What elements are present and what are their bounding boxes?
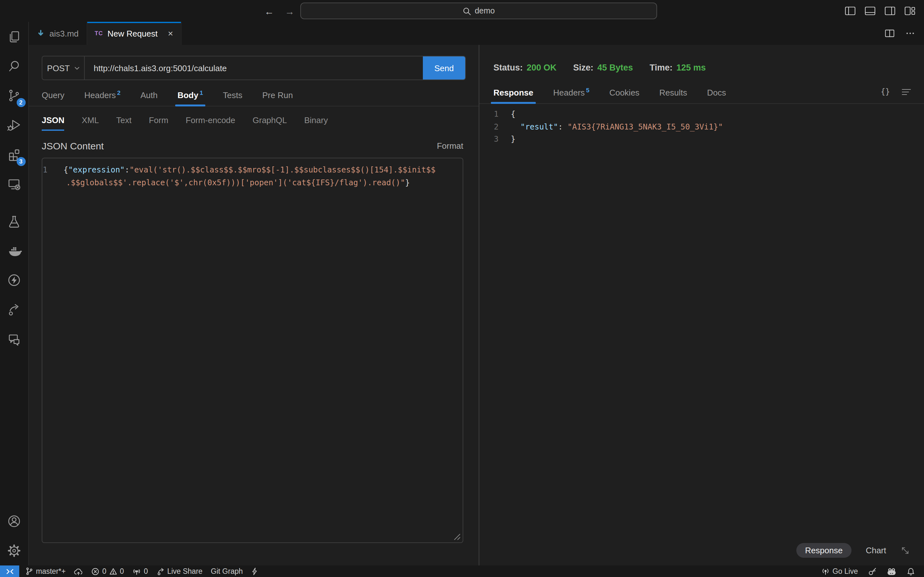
nav-back-icon[interactable]: ← <box>264 5 274 16</box>
sidebar-item-run-debug[interactable] <box>0 110 29 140</box>
status-indicator: Status:200 OK <box>493 63 557 73</box>
tab-form[interactable]: Form <box>149 115 168 131</box>
resize-handle[interactable] <box>454 533 461 540</box>
sidebar-item-explorer[interactable] <box>0 22 29 51</box>
tab-form-encode[interactable]: Form-encode <box>186 115 236 131</box>
wrap-lines-icon[interactable] <box>901 88 911 95</box>
tab-new-request[interactable]: TC New Request × <box>87 22 181 45</box>
flag-value: "AIS3{7RiANG13_5NAK3_I5_50_3Vi1}" <box>567 122 723 131</box>
sidebar-item-live-share[interactable] <box>0 295 29 324</box>
key-status[interactable] <box>868 567 877 575</box>
time-value: 125 ms <box>676 63 706 73</box>
sidebar-item-settings[interactable] <box>0 536 29 566</box>
ports-status[interactable]: 0 <box>132 567 148 575</box>
remote-icon <box>5 568 14 575</box>
sidebar-item-extensions[interactable]: 3 <box>0 140 29 169</box>
expand-icon[interactable] <box>900 546 910 555</box>
split-editor-icon[interactable] <box>884 28 895 39</box>
sidebar-item-search[interactable] <box>0 51 29 81</box>
toggle-panel-icon[interactable] <box>864 6 876 16</box>
tab-pre-run[interactable]: Pre Run <box>262 87 292 106</box>
json-body-editor[interactable]: 1 {"expression":"eval('str().$$class$$.$… <box>42 158 463 543</box>
files-icon <box>6 29 22 44</box>
chevron-down-icon <box>74 66 79 69</box>
url-input[interactable]: http://chals1.ais3.org:5001/calculate <box>85 56 423 79</box>
sidebar-item-comments[interactable] <box>0 324 29 354</box>
tab-binary[interactable]: Binary <box>304 115 328 131</box>
method-dropdown[interactable]: POST <box>42 56 85 79</box>
line-number: 3 <box>493 133 499 146</box>
format-button[interactable]: Format <box>437 141 463 151</box>
response-line-1: { <box>511 108 515 121</box>
broadcast-icon <box>822 567 830 575</box>
tab-headers[interactable]: Headers2 <box>84 87 121 106</box>
tab-ais3-md[interactable]: ais3.md <box>29 22 87 45</box>
sidebar-item-docker[interactable] <box>0 236 29 266</box>
extensions-badge: 3 <box>16 157 25 166</box>
scm-badge: 2 <box>16 98 25 107</box>
tab-graphql[interactable]: GraphQL <box>252 115 287 131</box>
key-icon <box>868 567 877 575</box>
body-type-tabs: JSON XML Text Form Form-encode GraphQL B… <box>29 115 479 131</box>
command-center-search[interactable]: demo <box>300 3 657 19</box>
customize-layout-icon[interactable] <box>904 6 916 16</box>
sidebar-item-source-control[interactable]: 2 <box>0 81 29 110</box>
tab-response[interactable]: Response <box>493 84 533 103</box>
sidebar-item-account[interactable] <box>0 506 29 536</box>
tab-tests[interactable]: Tests <box>223 87 242 106</box>
thunder-status[interactable] <box>251 567 258 575</box>
cloud-upload-icon <box>74 567 83 575</box>
response-view-button[interactable]: Response <box>796 543 851 558</box>
tab-xml[interactable]: XML <box>82 115 99 131</box>
tab-body[interactable]: Body1 <box>178 87 203 106</box>
debug-icon <box>6 117 22 133</box>
markdown-file-icon <box>37 29 45 37</box>
remote-indicator[interactable] <box>0 566 19 577</box>
tab-response-headers[interactable]: Headers5 <box>553 84 590 103</box>
sidebar-item-testing[interactable] <box>0 206 29 236</box>
comments-icon <box>6 332 22 347</box>
git-graph-status[interactable]: Git Graph <box>211 567 243 575</box>
request-panel: POST http://chals1.ais3.org:5001/calcula… <box>29 45 479 566</box>
frog-status[interactable] <box>887 567 897 575</box>
toggle-secondary-sidebar-icon[interactable] <box>884 6 896 16</box>
search-value: demo <box>475 6 495 15</box>
nav-forward-icon[interactable]: → <box>285 5 294 16</box>
status-bar: master*+ 0 0 0 <box>0 566 924 577</box>
response-panel: Status:200 OK Size:45 Bytes Time:125 ms … <box>479 45 924 566</box>
response-body-viewer[interactable]: 1 { 2 "result": "AIS3{7RiANG13_5NAK3_I5_… <box>493 108 924 146</box>
tab-auth[interactable]: Auth <box>141 87 158 106</box>
live-share-status[interactable]: Live Share <box>156 567 202 575</box>
tab-cookies[interactable]: Cookies <box>609 84 640 103</box>
request-tabs: Query Headers2 Auth Body1 Tests Pre Run <box>29 87 479 106</box>
send-button[interactable]: Send <box>423 56 465 79</box>
notifications-status[interactable] <box>907 567 915 575</box>
close-icon[interactable]: × <box>168 29 173 38</box>
problems-status[interactable]: 0 0 <box>91 567 124 575</box>
line-number <box>42 177 63 189</box>
editor-tab-bar: ais3.md TC New Request × <box>29 22 924 45</box>
request-bar: POST http://chals1.ais3.org:5001/calcula… <box>42 56 466 80</box>
ports-icon <box>132 567 141 575</box>
chart-view-button[interactable]: Chart <box>866 546 886 555</box>
error-icon <box>91 567 100 575</box>
tab-query[interactable]: Query <box>42 87 65 106</box>
method-value: POST <box>47 63 70 73</box>
search-icon <box>6 58 22 74</box>
tab-text[interactable]: Text <box>116 115 132 131</box>
tab-json[interactable]: JSON <box>42 115 65 131</box>
sidebar-item-remote-explorer[interactable] <box>0 169 29 199</box>
warning-icon <box>109 567 118 575</box>
gear-icon <box>6 543 22 558</box>
sync-status[interactable] <box>74 567 83 575</box>
sidebar-item-thunder-client[interactable] <box>0 266 29 295</box>
toggle-primary-sidebar-icon[interactable] <box>845 6 856 16</box>
go-live-status[interactable]: Go Live <box>822 567 858 575</box>
tab-docs[interactable]: Docs <box>707 84 726 103</box>
branch-icon <box>25 567 33 576</box>
more-actions-icon[interactable] <box>905 28 916 39</box>
line-number: 2 <box>493 121 499 133</box>
branch-status[interactable]: master*+ <box>25 567 66 576</box>
braces-icon[interactable]: {} <box>881 87 890 96</box>
tab-results[interactable]: Results <box>659 84 687 103</box>
